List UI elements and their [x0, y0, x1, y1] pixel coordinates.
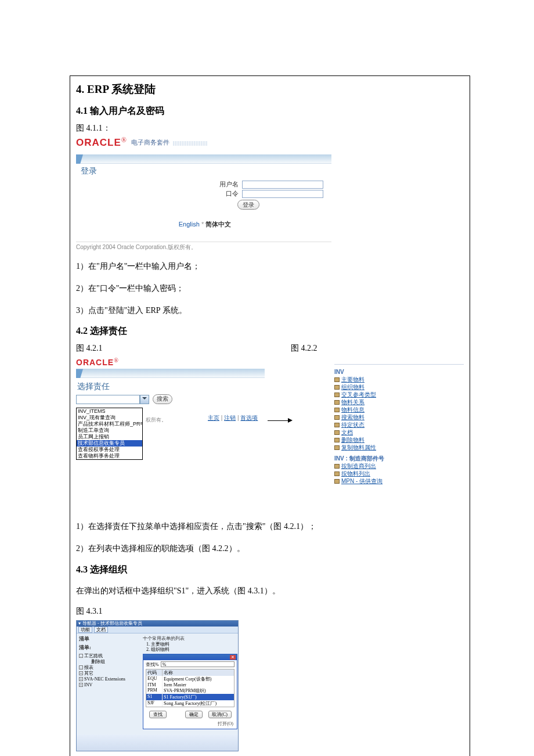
tab-function[interactable]: 功能	[78, 627, 92, 633]
folder-icon	[334, 438, 340, 442]
nav-tree-node[interactable]: +SVA-NEC Extensions	[79, 676, 138, 682]
find-input[interactable]: %	[161, 661, 234, 667]
org-table-row[interactable]: S1S1 Factory(S1厂)	[146, 694, 234, 700]
heading-section-4-3: 4.3 选择组织	[76, 564, 464, 576]
tab-document[interactable]: 文档	[94, 627, 108, 633]
responsibility-option[interactable]: 制造工单查询	[77, 427, 142, 434]
common-form-item[interactable]: 1. 主要物料	[146, 642, 236, 647]
search-button[interactable]: 搜索	[153, 394, 172, 404]
navigator-window-titlebar: ▾ 导航器 - 技术部信息收集专员	[77, 621, 238, 627]
org-table-row[interactable]: SJFSong Jiang Factory(松江厂)	[146, 700, 234, 707]
figure-4-3-1: ▾ 导航器 - 技术部信息收集专员 功能 文档 清单 清单: -工艺路线删除组-…	[76, 620, 239, 751]
responsibility-option[interactable]: 技术部信息收集专员	[77, 440, 142, 447]
tree-item[interactable]: MPN - 供供查询	[334, 477, 464, 485]
owner-text-fragment: 权所有。	[146, 416, 167, 424]
document-page: 4. ERP 系统登陆 4.1 输入用户名及密码 图 4.1.1： ORACLE…	[70, 75, 470, 756]
tree-item[interactable]: 物料信息	[334, 406, 464, 413]
combobox-dropdown-button[interactable]	[140, 395, 149, 404]
tree-header-inv-mfr: INV : 制造商部件号	[334, 455, 464, 462]
org-table-row[interactable]: PRMSVA-PRM(PRM组织)	[146, 687, 234, 694]
responsibility-option[interactable]: 产品技术科材料工程师_PR申请	[77, 421, 142, 427]
nav-tree-node[interactable]: 删除组	[79, 659, 138, 665]
step-4-2-2: 2）在列表中选择相应的职能选项（图 4.2.2）。	[76, 542, 464, 556]
figure-label-4-1-1: 图 4.1.1：	[76, 123, 464, 134]
heading-section-4-1: 4.1 输入用户名及密码	[76, 105, 464, 117]
responsibility-option[interactable]: INV_现有量查询	[77, 415, 142, 421]
org-table-row[interactable]: ITMItem Master	[146, 682, 234, 687]
oracle-logo-small: ORACLE	[76, 358, 114, 367]
password-label: 口令	[226, 189, 239, 198]
tree-item[interactable]: 物料关系	[334, 398, 464, 406]
responsibility-dropdown-list[interactable]: INV_ITEMSINV_现有量查询产品技术科材料工程师_PR申请制造工单查询员…	[76, 408, 143, 460]
tree-item[interactable]: 删除物料	[334, 436, 464, 444]
nav-home-link[interactable]: 主页	[208, 415, 219, 421]
folder-icon	[334, 408, 340, 412]
step-4-1-3: 3）点击"登陆"进入 ERP 系统。	[76, 304, 464, 318]
col-name: 名称	[163, 669, 234, 676]
tree-header-inv: INV	[334, 368, 464, 376]
tree-item[interactable]: 组织物料	[334, 383, 464, 391]
nav-logout-link[interactable]: 注销	[224, 415, 236, 421]
nav-prefs-link[interactable]: 首选项	[240, 415, 258, 421]
folder-icon	[334, 430, 340, 435]
org-selection-dialog: ✕ 查找% % 代码 名称 EQUEquipment Corp(设备部)ITMI…	[143, 654, 237, 729]
oracle-logo: ORACLE	[76, 137, 121, 149]
open-label[interactable]: 打开(O)	[218, 721, 233, 726]
close-icon[interactable]: ✕	[230, 655, 236, 660]
select-responsibility-heading: 选择责任	[77, 381, 265, 392]
folder-icon	[334, 479, 340, 484]
responsibility-option[interactable]: 员工网上报销	[77, 434, 142, 440]
tree-item[interactable]: 待定状态	[334, 421, 464, 429]
username-input[interactable]	[242, 181, 323, 189]
tree-item[interactable]: 搜索物料	[334, 413, 464, 421]
gradient-shelf	[76, 154, 331, 164]
figure-label-4-3-1: 图 4.3.1	[76, 606, 464, 617]
nav-tree-node[interactable]: -报表	[79, 665, 138, 671]
tree-item[interactable]: 复制物料属性	[334, 444, 464, 451]
nav-tree-node[interactable]: -工艺路线	[79, 653, 138, 659]
folder-icon	[334, 415, 340, 420]
ebs-suite-label: 电子商务套件	[131, 138, 169, 147]
tree-item[interactable]: 按制造商列出	[334, 462, 464, 470]
org-table-row[interactable]: EQUEquipment Corp(设备部)	[146, 676, 234, 682]
cancel-button[interactable]: 取消(C)	[208, 711, 232, 718]
step-4-1-2: 2）在"口令"一栏中输入密码；	[76, 282, 464, 296]
step-4-1-1: 1）在"用户名"一栏中输入用户名；	[76, 260, 464, 273]
folder-icon	[334, 445, 340, 450]
responsibility-combobox[interactable]	[76, 395, 140, 404]
username-label: 用户名	[219, 180, 239, 189]
folder-icon	[334, 377, 340, 382]
password-input[interactable]	[242, 190, 323, 198]
folder-icon	[334, 471, 340, 476]
figure-label-4-2-2: 图 4.2.2	[291, 343, 317, 354]
ok-button[interactable]: 确定	[185, 711, 203, 718]
menu-sub-label: 清单:	[79, 644, 138, 651]
figure-4-2-2: INV 主要物料组织物料交叉参考类型物料关系物料信息搜索物料待定状态文档删除物料…	[276, 357, 464, 485]
responsibility-option[interactable]: 查看授权事务处理	[77, 447, 142, 453]
login-button[interactable]: 登录	[237, 200, 259, 210]
tree-item[interactable]: 交叉参考类型	[334, 391, 464, 398]
nav-links: 主页 | 注销 | 首选项	[208, 414, 258, 422]
tree-item[interactable]: 文档	[334, 429, 464, 436]
find-button[interactable]: 查找	[149, 711, 167, 718]
copyright-text: Copyright 2004 Oracle Corporation.版权所有。	[76, 242, 331, 251]
step-4-2-1: 1）在选择责任下拉菜单中选择相应责任，点击"搜索"（图 4.2.1）；	[76, 520, 464, 534]
collapse-icon[interactable]: ▾	[78, 621, 81, 626]
folder-icon	[334, 464, 340, 469]
figure-4-1-1: ORACLE® 电子商务套件 登录 用户名 口令 登录 E	[76, 137, 331, 251]
lang-chinese-link[interactable]: 简体中文	[205, 221, 231, 228]
heading-section-4-2: 4.2 选择责任	[76, 325, 464, 337]
intro-4-3: 在弹出的对话框中选择组织"S1"，进入系统（图 4.3.1）。	[76, 584, 464, 598]
figure-label-4-2-1: 图 4.2.1	[76, 343, 291, 354]
responsibility-option[interactable]: 查看物料事务处理	[77, 453, 142, 459]
folder-icon	[334, 393, 340, 397]
common-form-item[interactable]: 2. 组织物料	[146, 647, 236, 652]
nav-tree-node[interactable]: +INV	[79, 682, 138, 688]
heading-section-4: 4. ERP 系统登陆	[76, 82, 464, 97]
lang-english-link[interactable]: English	[179, 221, 200, 228]
responsibility-option[interactable]: INV_ITEMS	[77, 408, 142, 415]
nav-tree-node[interactable]: +其它	[79, 671, 138, 676]
tree-item[interactable]: 按物料列出	[334, 470, 464, 477]
tree-item[interactable]: 主要物料	[334, 376, 464, 383]
login-heading: 登录	[81, 166, 329, 177]
